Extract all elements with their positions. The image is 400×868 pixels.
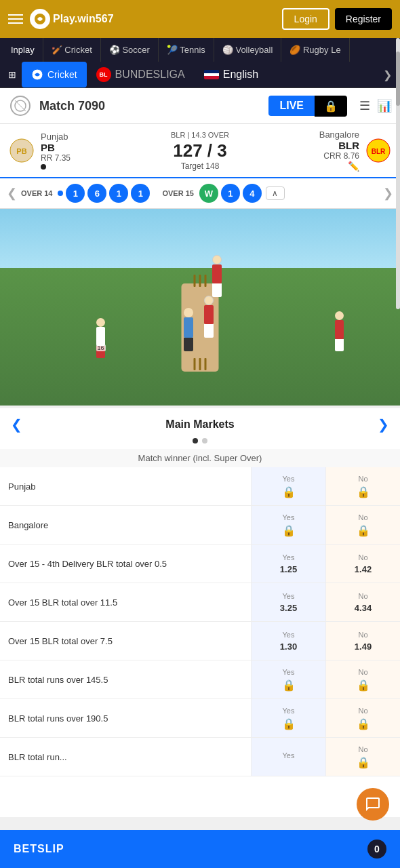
- cat-tabs-arrow[interactable]: ❯: [378, 63, 397, 87]
- app-logo: Play.win567: [30, 9, 114, 29]
- score-main: 127 / 3: [130, 140, 270, 161]
- chat-icon: [365, 796, 381, 812]
- market-name-5: BLR total runs over 145.5: [0, 660, 251, 698]
- cricket-tab-icon: [31, 68, 43, 81]
- english-label: English: [223, 68, 258, 81]
- team-home: PB Punjab PB RR 7.35: [8, 132, 125, 170]
- team-away-short: BLR: [319, 140, 359, 151]
- bet-no-6[interactable]: No 🔒: [325, 699, 400, 737]
- bet-yes-1[interactable]: Yes 🔒: [251, 506, 325, 544]
- over14-dot: [58, 191, 63, 196]
- market-bets-5: Yes 🔒 No 🔒: [251, 660, 400, 698]
- match-action-icons: ☰ 📊: [359, 98, 392, 113]
- match-sport-icon: [8, 94, 33, 118]
- over14-ball-2: 6: [87, 184, 106, 203]
- over15-label: OVER 15: [162, 189, 193, 197]
- team-away-crr: CRR 8.76: [319, 151, 359, 161]
- market-row-3: Over 15 BLR total over 11.5 Yes 3.25 No …: [0, 583, 400, 622]
- over-tracker-next[interactable]: ❯: [383, 186, 393, 201]
- market-bets-0: Yes 🔒 No 🔒: [251, 467, 400, 505]
- markets-prev-arrow[interactable]: ❮: [11, 416, 22, 433]
- over15-section: OVER 15 W 1 4: [162, 184, 261, 203]
- cat-tabs: ⊞ Cricket BL BUNDESLIGA English ❯: [0, 62, 400, 88]
- markets-dot-2[interactable]: [202, 438, 207, 443]
- tab-bundesliga[interactable]: BL BUNDESLIGA: [87, 62, 195, 87]
- bet-yes-2[interactable]: Yes 1.25: [251, 545, 325, 583]
- bet-no-4[interactable]: No 1.49: [325, 622, 400, 660]
- logo-text: Play.win567: [53, 13, 114, 25]
- scrollbar-thumb[interactable]: [396, 52, 400, 106]
- live-badge: LIVE: [268, 96, 315, 116]
- chart-icon[interactable]: 📊: [377, 98, 392, 113]
- nav-item-rugby[interactable]: 🏉 Rugby Le: [281, 38, 349, 62]
- match-status-group: LIVE 🔒: [268, 96, 347, 117]
- scrollbar[interactable]: [396, 38, 400, 309]
- bet-yes-7[interactable]: Yes: [251, 738, 325, 776]
- bet-yes-6[interactable]: Yes 🔒: [251, 699, 325, 737]
- expand-icon[interactable]: ⊞: [3, 64, 22, 85]
- bet-yes-5[interactable]: Yes 🔒: [251, 660, 325, 698]
- markets-next-arrow[interactable]: ❯: [378, 416, 389, 433]
- collapse-overs-button[interactable]: ∧: [266, 186, 285, 200]
- team-home-name: Punjab: [41, 132, 71, 142]
- markets-title: Main Markets: [22, 418, 378, 431]
- market-row-5: BLR total runs over 145.5 Yes 🔒 No 🔒: [0, 660, 400, 699]
- tab-english[interactable]: English: [195, 63, 268, 86]
- team-home-rr: RR 7.35: [41, 153, 71, 163]
- markets-pagination: [0, 438, 400, 449]
- bet-yes-0[interactable]: Yes 🔒: [251, 467, 325, 505]
- score-target: Target 148: [130, 161, 270, 171]
- over15-ball-2: 4: [243, 184, 262, 203]
- english-flag-icon: [204, 70, 219, 79]
- market-row-1: Bangalore Yes 🔒 No 🔒: [0, 506, 400, 545]
- score-over: BLR | 14.3 OVER: [130, 131, 270, 139]
- register-button[interactable]: Register: [335, 8, 392, 30]
- market-name-7: BLR total run...: [0, 738, 251, 776]
- over-tracker-prev[interactable]: ❮: [7, 186, 17, 201]
- team-home-short: PB: [41, 142, 71, 153]
- header-right: Login Register: [282, 8, 392, 30]
- nav-item-soccer[interactable]: ⚽ Soccer: [101, 38, 159, 62]
- bet-no-0[interactable]: No 🔒: [325, 467, 400, 505]
- market-bets-2: Yes 1.25 No 1.42: [251, 545, 400, 583]
- chat-button[interactable]: [357, 788, 389, 817]
- bet-yes-4[interactable]: Yes 1.30: [251, 622, 325, 660]
- svg-text:PB: PB: [16, 147, 26, 155]
- match-title: Match 7090: [39, 99, 262, 113]
- market-row-7: BLR total run... Yes No 🔒: [0, 738, 400, 776]
- score-center: BLR | 14.3 OVER 127 / 3 Target 148: [130, 131, 270, 171]
- market-row-6: BLR total runs over 190.5 Yes 🔒 No 🔒: [0, 699, 400, 738]
- team-home-batting-indicator: [41, 164, 46, 170]
- tab-cricket[interactable]: Cricket: [22, 62, 87, 87]
- bet-no-3[interactable]: No 4.34: [325, 583, 400, 621]
- header-left: Play.win567: [8, 9, 114, 29]
- bet-no-5[interactable]: No 🔒: [325, 660, 400, 698]
- bet-no-1[interactable]: No 🔒: [325, 506, 400, 544]
- over-tracker: ❮ OVER 14 1 6 1 1 OVER 15 W 1 4 ∧ ❯: [0, 178, 400, 209]
- nav-item-volleyball[interactable]: 🏐 Volleyball: [214, 38, 282, 62]
- bet-yes-3[interactable]: Yes 3.25: [251, 583, 325, 621]
- markets-section: ❮ Main Markets ❯ Match winner (incl. Sup…: [0, 408, 400, 817]
- market-bets-6: Yes 🔒 No 🔒: [251, 699, 400, 737]
- bet-no-7[interactable]: No 🔒: [325, 738, 400, 776]
- over14-ball-3: 1: [109, 184, 128, 203]
- scoreboard: PB Punjab PB RR 7.35 BLR | 14.3 OVER 127…: [0, 124, 400, 178]
- match-lock-icon: 🔒: [315, 96, 347, 117]
- bet-no-2[interactable]: No 1.42: [325, 545, 400, 583]
- markets-header: ❮ Main Markets ❯: [0, 408, 400, 438]
- nav-bar: Inplay 🏏 Cricket ⚽ Soccer 🎾 Tennis 🏐 Vol…: [0, 38, 400, 62]
- hamburger-menu[interactable]: [8, 14, 23, 24]
- edit-icon: ✏️: [319, 161, 359, 172]
- nav-item-inplay[interactable]: Inplay: [3, 38, 43, 62]
- nav-item-tennis[interactable]: 🎾 Tennis: [159, 38, 214, 62]
- over14-ball-1: 1: [66, 184, 85, 203]
- login-button[interactable]: Login: [282, 8, 329, 30]
- svg-text:BLR: BLR: [372, 148, 386, 155]
- list-icon[interactable]: ☰: [359, 98, 370, 113]
- over15-wide-ball: W: [199, 184, 218, 203]
- match-header: Match 7090 LIVE 🔒 ☰ 📊: [0, 88, 400, 124]
- market-bets-1: Yes 🔒 No 🔒: [251, 506, 400, 544]
- markets-dot-1[interactable]: [193, 438, 198, 443]
- over14-ball-4: 1: [131, 184, 150, 203]
- nav-item-cricket[interactable]: 🏏 Cricket: [43, 38, 101, 62]
